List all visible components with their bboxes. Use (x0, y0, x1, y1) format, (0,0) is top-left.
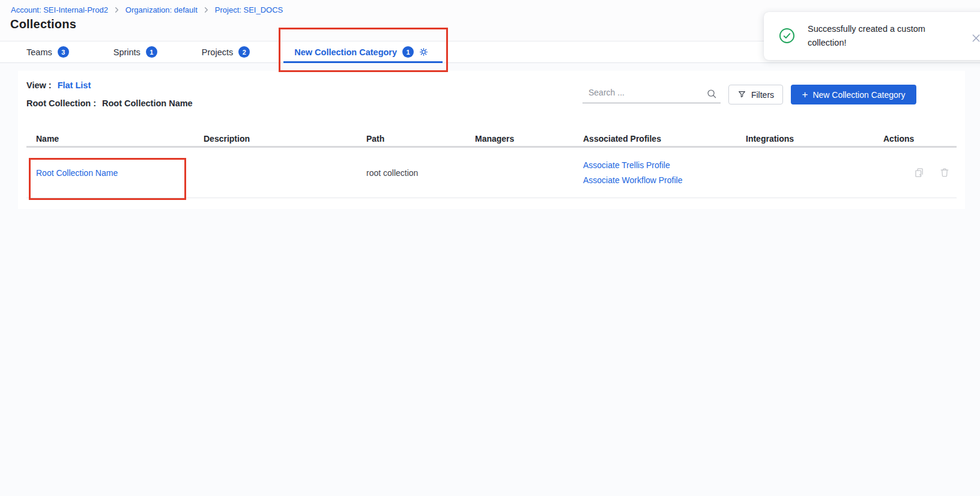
associate-workflow-profile-link[interactable]: Associate Workflow Profile (583, 175, 682, 185)
toast-message: Successfully created a custom collection… (808, 22, 949, 50)
column-header-name: Name (26, 134, 194, 144)
copy-icon[interactable] (913, 167, 925, 178)
gear-icon[interactable] (419, 47, 428, 56)
tab-label: Projects (202, 47, 233, 57)
filters-button-label: Filters (751, 90, 774, 100)
breadcrumb-organization-link[interactable]: Organization: default (126, 5, 198, 14)
page-title: Collections (10, 17, 76, 31)
tab-count-badge: 1 (402, 46, 414, 58)
tab-projects[interactable]: Projects 2 (191, 41, 261, 62)
breadcrumb-project-link[interactable]: Project: SEI_DOCS (215, 5, 283, 14)
column-header-managers: Managers (465, 134, 573, 144)
trash-icon[interactable] (939, 167, 950, 178)
table-row: Root Collection Name root collection Ass… (26, 148, 957, 198)
view-label: View : (26, 80, 52, 90)
tab-count-badge: 3 (58, 46, 69, 58)
tab-count-badge: 2 (238, 46, 250, 58)
funnel-icon (737, 90, 746, 99)
search-field (582, 85, 721, 103)
search-input[interactable] (582, 85, 721, 103)
chevron-right-icon (113, 7, 120, 13)
breadcrumb: Account: SEI-Internal-Prod2 Organization… (11, 5, 283, 14)
search-icon[interactable] (706, 88, 717, 101)
collections-table: Name Description Path Managers Associate… (18, 131, 965, 198)
tab-label: Sprints (113, 47, 141, 57)
tab-count-badge: 1 (146, 46, 157, 58)
column-header-path: Path (357, 134, 465, 144)
toast-success: Successfully created a custom collection… (764, 12, 980, 60)
tab-new-collection-category[interactable]: New Collection Category 1 (283, 41, 443, 62)
close-icon[interactable] (972, 34, 980, 43)
new-collection-category-button-label: New Collection Category (812, 90, 905, 100)
tab-sprints[interactable]: Sprints 1 (103, 41, 168, 62)
breadcrumb-account-link[interactable]: Account: SEI-Internal-Prod2 (11, 5, 108, 14)
cell-path: root collection (357, 168, 465, 178)
plus-icon: + (802, 89, 808, 100)
cell-name: Root Collection Name (26, 168, 194, 178)
column-header-actions: Actions (874, 134, 957, 144)
tab-label: Teams (26, 47, 52, 57)
table-header-row: Name Description Path Managers Associate… (26, 131, 957, 148)
collections-panel: View : Flat List Root Collection : Root … (18, 71, 965, 209)
cell-actions (874, 167, 957, 178)
tab-label: New Collection Category (294, 47, 397, 57)
column-header-integrations: Integrations (736, 134, 874, 144)
root-collection-value: Root Collection Name (102, 98, 193, 108)
filters-button[interactable]: Filters (728, 85, 783, 104)
chevron-right-icon (203, 7, 210, 13)
new-collection-category-button[interactable]: + New Collection Category (791, 85, 916, 104)
check-circle-icon (779, 28, 795, 46)
collection-name-link[interactable]: Root Collection Name (36, 168, 118, 178)
tab-teams[interactable]: Teams 3 (16, 41, 80, 62)
view-flat-list-link[interactable]: Flat List (58, 80, 91, 90)
column-header-description: Description (194, 134, 357, 144)
cell-associated-profiles: Associate Trellis Profile Associate Work… (573, 160, 736, 185)
associate-trellis-profile-link[interactable]: Associate Trellis Profile (583, 160, 670, 170)
root-collection-label: Root Collection : (26, 98, 96, 108)
column-header-associated-profiles: Associated Profiles (573, 134, 736, 144)
